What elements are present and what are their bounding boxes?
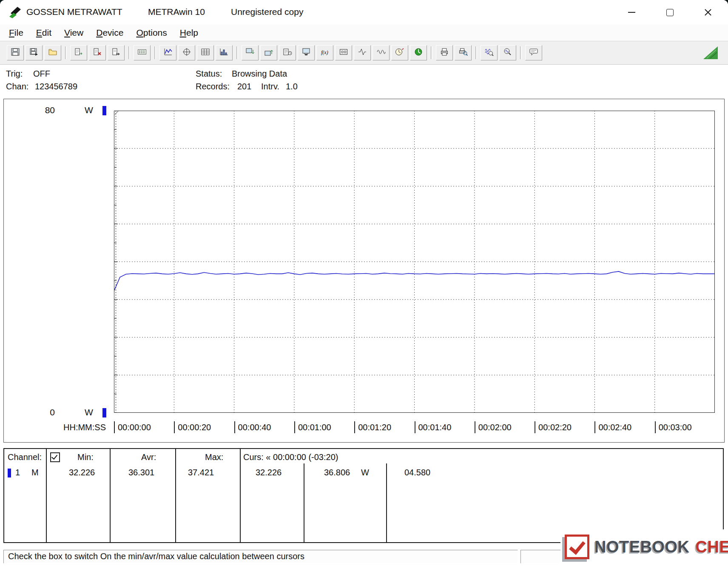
x-tick-label: 00:00:20 xyxy=(174,421,211,433)
plot-region[interactable] xyxy=(114,111,715,413)
menu-bar: FileEditViewDeviceOptionsHelp xyxy=(0,25,728,41)
formula-icon: f(x) xyxy=(320,48,330,58)
checkmark-icon xyxy=(51,453,57,460)
toolbar-button-signal-split[interactable] xyxy=(354,45,371,60)
minimize-button[interactable] xyxy=(622,0,641,25)
signal-wave-icon xyxy=(376,48,386,58)
toolbar-button-device-upload[interactable] xyxy=(260,45,277,60)
app-logo-icon xyxy=(8,5,23,20)
cell-max: 37.421 xyxy=(188,468,214,477)
toolbar-button-card-advance[interactable] xyxy=(108,45,125,60)
toolbar-button-recorder[interactable] xyxy=(335,45,352,60)
toolbar-button-meter-time[interactable] xyxy=(391,45,408,60)
trig-value: OFF xyxy=(33,69,50,79)
meter-time-icon xyxy=(395,48,404,58)
menu-item-edit[interactable]: Edit xyxy=(30,26,58,40)
toolbar-button-line-chart[interactable] xyxy=(159,45,176,60)
x-tick-label: 00:01:00 xyxy=(294,421,331,433)
toolbar-separator xyxy=(520,46,522,59)
toolbar-button-formula[interactable]: f(x) xyxy=(316,45,333,60)
status-label: Status: xyxy=(196,69,222,79)
toolbar-separator xyxy=(236,46,238,59)
device-upload-icon xyxy=(264,48,273,58)
col-header-max: Max: xyxy=(205,452,223,462)
toolbar-button-annotation[interactable] xyxy=(525,45,542,60)
card-delete-icon xyxy=(93,48,102,58)
menu-item-options[interactable]: Options xyxy=(130,26,173,40)
check-icon xyxy=(569,537,586,555)
col-header-min: Min: xyxy=(77,452,94,462)
interval-label: Intrv. xyxy=(261,82,279,91)
app-title: METRAwin 10 xyxy=(148,7,205,17)
lcd-display-icon xyxy=(137,48,147,58)
print-icon xyxy=(440,48,449,58)
interval-value: 1.0 xyxy=(286,82,298,91)
minmax-checkbox[interactable] xyxy=(50,452,60,462)
toolbar-button-start-timer[interactable] xyxy=(410,45,427,60)
toolbar-separator xyxy=(128,46,130,59)
trig-label: Trig: xyxy=(6,69,23,79)
toolbar-button-print-preview[interactable] xyxy=(455,45,472,60)
watermark-text-check: CHECK xyxy=(696,538,728,556)
notebookcheck-watermark: NOTEBOOKCHECK xyxy=(560,529,728,564)
scope-crosshair-icon xyxy=(182,48,191,58)
cursor-marker-bottom[interactable] xyxy=(102,408,106,417)
records-label: Records: xyxy=(196,82,230,91)
toolbar-button-histogram[interactable] xyxy=(216,45,233,60)
zoom-lens-icon xyxy=(503,48,512,58)
x-tick-label: 00:00:00 xyxy=(114,421,151,433)
open-folder-icon xyxy=(48,48,57,58)
chan-label: Chan: xyxy=(6,82,28,91)
maximize-icon xyxy=(666,9,674,16)
x-tick-label: 00:02:40 xyxy=(594,421,631,433)
toolbar-button-print[interactable] xyxy=(436,45,453,60)
cell-min: 32.226 xyxy=(69,468,95,477)
zoom-signal-icon xyxy=(484,48,494,58)
toolbar-button-scope-crosshair[interactable] xyxy=(178,45,195,60)
save-as-icon xyxy=(29,48,39,58)
card-export-icon xyxy=(74,48,83,58)
y-axis-max-unit: W xyxy=(85,105,93,115)
menu-item-file[interactable]: File xyxy=(3,26,30,40)
close-button[interactable] xyxy=(698,0,718,25)
card-advance-icon xyxy=(111,48,121,58)
toolbar-button-schedule[interactable] xyxy=(279,45,296,60)
annotation-icon xyxy=(529,48,538,58)
toolbar-button-zoom-lens[interactable] xyxy=(499,45,516,60)
cursor-marker-top[interactable] xyxy=(102,106,106,115)
measurement-table: Channel: Min: Avr: Max: Curs: « 00:00:00… xyxy=(3,448,724,543)
watermark-text-notebook: NOTEBOOK xyxy=(594,538,690,556)
maximize-button[interactable] xyxy=(660,0,680,25)
toolbar-button-data-table[interactable] xyxy=(197,45,214,60)
brand-title: GOSSEN METRAWATT xyxy=(26,7,122,17)
x-tick-label: 00:01:40 xyxy=(415,421,452,433)
menu-item-help[interactable]: Help xyxy=(173,26,205,40)
toolbar-button-lcd-display[interactable] xyxy=(134,45,151,60)
cell-channel: 1 xyxy=(15,468,20,477)
toolbar-button-card-delete[interactable] xyxy=(89,45,106,60)
toolbar-button-device-download[interactable] xyxy=(242,45,259,60)
col-header-avr: Avr: xyxy=(141,452,156,462)
data-table-icon xyxy=(201,48,210,58)
x-tick-label: 00:03:00 xyxy=(655,421,692,433)
cell-delta: 04.580 xyxy=(404,468,430,477)
toolbar-button-save-as[interactable] xyxy=(26,45,43,60)
toolbar-separator xyxy=(431,46,432,59)
cell-cursor-b-unit: W xyxy=(361,468,369,477)
toolbar-button-open-folder[interactable] xyxy=(44,45,61,60)
title-bar: GOSSEN METRAWATT METRAwin 10 Unregistere… xyxy=(0,0,728,25)
menu-item-view[interactable]: View xyxy=(58,26,90,40)
close-icon xyxy=(704,9,712,16)
toolbar-button-save[interactable] xyxy=(7,45,24,60)
minimize-icon xyxy=(628,12,635,13)
toolbar-button-zoom-signal[interactable] xyxy=(481,45,498,60)
toolbar-button-signal-wave[interactable] xyxy=(373,45,390,60)
x-tick-label: 00:02:20 xyxy=(535,421,572,433)
toolbar-corner-logo xyxy=(702,46,719,60)
channel-color-marker xyxy=(8,469,11,477)
cell-cursor-b: 36.806 xyxy=(324,468,350,477)
toolbar-button-monitor[interactable] xyxy=(298,45,315,60)
toolbar-button-card-export[interactable] xyxy=(70,45,87,60)
power-chart[interactable] xyxy=(114,111,715,413)
menu-item-device[interactable]: Device xyxy=(90,26,130,40)
